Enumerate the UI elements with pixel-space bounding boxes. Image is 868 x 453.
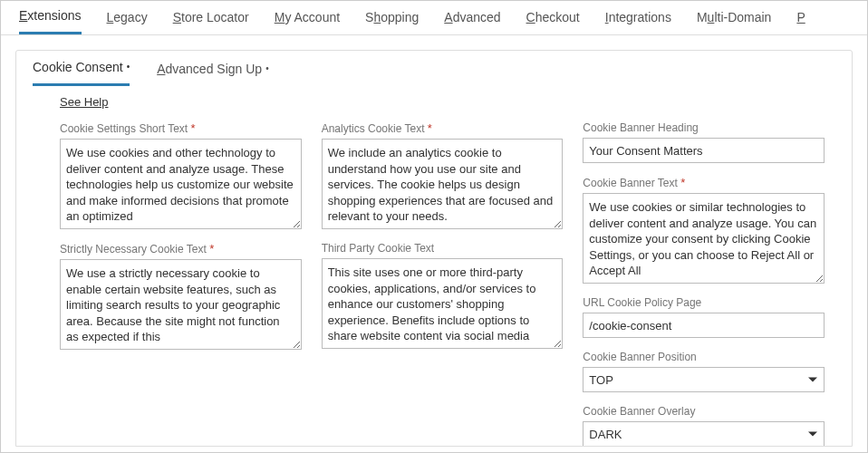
col-2: Analytics Cookie Text * Third Party Cook… [322, 121, 564, 447]
input-url-policy[interactable] [583, 313, 825, 338]
nav-extensions[interactable]: Extensions [19, 8, 82, 34]
nav-my-account[interactable]: My Account [275, 10, 340, 34]
field-third-party: Third Party Cookie Text [322, 242, 564, 349]
field-banner-overlay: Cookie Banner Overlay [583, 405, 825, 447]
label-banner-heading: Cookie Banner Heading [583, 121, 825, 134]
field-banner-text: Cookie Banner Text * [583, 176, 825, 284]
nav-p[interactable]: P [796, 10, 805, 34]
textarea-third-party[interactable] [322, 258, 564, 349]
label-cookie-settings-short: Cookie Settings Short Text * [60, 121, 302, 135]
select-banner-overlay[interactable] [583, 421, 825, 447]
nav-advanced[interactable]: Advanced [444, 10, 500, 34]
field-cookie-settings-short: Cookie Settings Short Text * [60, 121, 302, 229]
dot-icon: • [123, 62, 130, 72]
label-third-party: Third Party Cookie Text [322, 242, 564, 255]
label-strictly-necessary: Strictly Necessary Cookie Text * [60, 242, 302, 255]
label-banner-text: Cookie Banner Text * [583, 176, 825, 189]
subtab-advanced-signup[interactable]: Advanced Sign Up• [157, 62, 269, 85]
col-1: Cookie Settings Short Text * Strictly Ne… [60, 121, 302, 447]
dot-icon: • [262, 63, 269, 73]
nav-legacy[interactable]: Legacy [107, 10, 148, 34]
textarea-cookie-settings-short[interactable] [60, 139, 302, 229]
textarea-strictly-necessary[interactable] [60, 259, 302, 350]
textarea-analytics[interactable] [322, 139, 564, 229]
field-banner-heading: Cookie Banner Heading [583, 121, 825, 163]
top-nav: Extensions Legacy Store Locator My Accou… [1, 1, 867, 35]
label-url-policy: URL Cookie Policy Page [583, 296, 825, 309]
col-3: Cookie Banner Heading Cookie Banner Text… [583, 121, 825, 447]
label-banner-position: Cookie Banner Position [583, 351, 825, 363]
nav-multi-domain[interactable]: Multi-Domain [697, 10, 771, 34]
see-help-link[interactable]: See Help [60, 95, 108, 109]
field-strictly-necessary: Strictly Necessary Cookie Text * [60, 242, 302, 350]
subtabs: Cookie Consent• Advanced Sign Up• [16, 51, 852, 86]
input-banner-heading[interactable] [583, 138, 825, 163]
nav-checkout[interactable]: Checkout [526, 10, 580, 34]
nav-store-locator[interactable]: Store Locator [173, 10, 249, 34]
label-analytics: Analytics Cookie Text * [322, 121, 564, 135]
field-analytics: Analytics Cookie Text * [322, 121, 564, 229]
textarea-banner-text[interactable] [583, 193, 825, 284]
field-banner-position: Cookie Banner Position [583, 351, 825, 392]
subtab-cookie-consent[interactable]: Cookie Consent• [33, 60, 130, 86]
nav-shopping[interactable]: Shopping [365, 10, 419, 34]
field-url-policy: URL Cookie Policy Page [583, 296, 825, 338]
config-panel: Cookie Consent• Advanced Sign Up• See He… [15, 50, 853, 447]
nav-integrations[interactable]: Integrations [605, 10, 671, 34]
form-grid: Cookie Settings Short Text * Strictly Ne… [16, 121, 852, 447]
label-banner-overlay: Cookie Banner Overlay [583, 405, 825, 418]
select-banner-position[interactable] [583, 367, 825, 392]
